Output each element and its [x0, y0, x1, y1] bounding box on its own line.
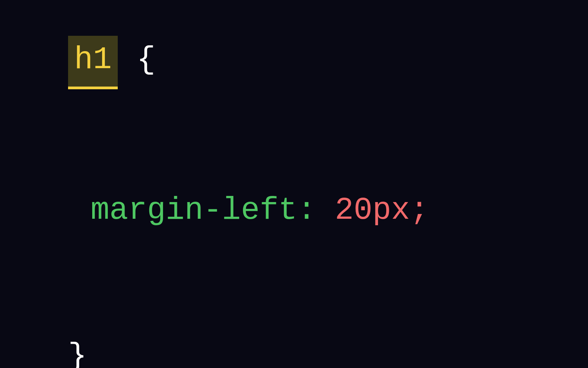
- brace-close: }: [68, 338, 87, 368]
- css-code-block: h1 { margin-left: 20px; }: [0, 0, 429, 368]
- css-value: 20px;: [316, 193, 429, 228]
- code-line-1: h1 {: [68, 36, 429, 89]
- css-selector[interactable]: h1: [68, 36, 118, 89]
- code-line-3: }: [68, 332, 429, 368]
- code-line-2: margin-left: 20px;: [68, 186, 429, 235]
- css-property: margin-left:: [91, 193, 316, 228]
- brace-open: {: [118, 42, 155, 78]
